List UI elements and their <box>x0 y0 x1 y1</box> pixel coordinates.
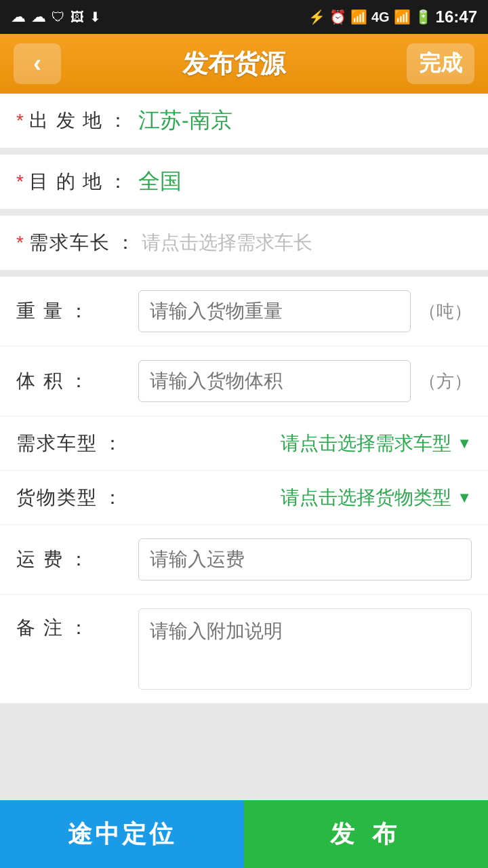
origin-row: * 出 发 地 ： <box>0 94 488 148</box>
freight-label: 运 费 ： <box>16 547 138 572</box>
vehicle-type-row[interactable]: 需求车型 ： 请点击选择需求车型 ▼ <box>0 416 488 471</box>
vehicle-type-dropdown[interactable]: 请点击选择需求车型 ▼ <box>138 431 472 456</box>
vehicle-type-placeholder: 请点击选择需求车型 <box>281 431 451 456</box>
vehicle-length-row[interactable]: * 需求车长 ： 请点击选择需求车长 <box>0 216 488 270</box>
vehicle-length-placeholder: 请点击选择需求车长 <box>142 230 312 256</box>
cloud2-icon: ☁ <box>31 8 46 26</box>
download-icon: ⬇ <box>89 9 101 25</box>
publish-label: 发 布 <box>330 818 402 851</box>
freight-input[interactable] <box>138 538 472 580</box>
cargo-type-dropdown[interactable]: 请点击选择货物类型 ▼ <box>138 485 472 511</box>
done-button[interactable]: 完成 <box>407 43 474 84</box>
form-container: * 出 发 地 ： * 目 的 地 ： * 需求车长 <box>0 94 488 785</box>
publish-button[interactable]: 发 布 <box>244 800 488 868</box>
remark-row: 备 注 ： <box>0 595 488 703</box>
cargo-type-placeholder: 请点击选择货物类型 <box>281 485 451 511</box>
origin-label: * 出 发 地 ： <box>16 108 138 134</box>
page-title: 发布货源 <box>182 47 285 81</box>
wifi-icon: 📶 <box>350 9 367 25</box>
remark-textarea[interactable] <box>138 608 472 690</box>
alarm-icon: ⏰ <box>329 9 346 25</box>
destination-card: * 目 的 地 ： <box>0 155 488 209</box>
origin-card: * 出 发 地 ： <box>0 94 488 148</box>
volume-unit: （方） <box>419 370 472 393</box>
status-bar: ☁ ☁ 🛡 🖼 ⬇ ⚡ ⏰ 📶 4G 📶 🔋 16:47 <box>0 0 488 34</box>
weight-row: 重 量 ： （吨） <box>0 277 488 347</box>
cargo-type-label: 货物类型 ： <box>16 485 138 511</box>
battery-icon: 🔋 <box>415 9 432 25</box>
vehicle-length-card: * 需求车长 ： 请点击选择需求车长 <box>0 216 488 270</box>
shield-icon: 🛡 <box>52 9 65 25</box>
vehicle-length-input-area[interactable]: 请点击选择需求车长 <box>142 230 472 256</box>
locate-button[interactable]: 途中定位 <box>0 800 244 868</box>
details-card: 重 量 ： （吨） 体 积 ： （方） 需求车型 <box>0 277 488 703</box>
required-star: * <box>16 110 25 132</box>
back-arrow-icon: ‹ <box>33 50 41 78</box>
bluetooth-icon: ⚡ <box>308 9 325 25</box>
bottom-bar: 途中定位 发 布 <box>0 800 488 868</box>
volume-input-area[interactable]: （方） <box>138 360 472 402</box>
required-star3: * <box>16 232 25 254</box>
weight-input[interactable] <box>138 290 411 332</box>
cargo-type-arrow-icon: ▼ <box>457 489 472 507</box>
done-label: 完成 <box>419 49 462 79</box>
destination-input-area[interactable] <box>138 170 472 195</box>
vehicle-type-arrow-icon: ▼ <box>457 435 472 452</box>
weight-unit: （吨） <box>419 300 472 323</box>
status-icons-right: ⚡ ⏰ 📶 4G 📶 🔋 16:47 <box>308 7 477 26</box>
destination-row: * 目 的 地 ： <box>0 155 488 209</box>
freight-input-area[interactable] <box>138 538 472 580</box>
weight-input-area[interactable]: （吨） <box>138 290 472 332</box>
freight-row: 运 费 ： <box>0 525 488 595</box>
volume-row: 体 积 ： （方） <box>0 347 488 416</box>
volume-input[interactable] <box>138 360 411 402</box>
destination-label: * 目 的 地 ： <box>16 169 138 195</box>
vehicle-type-label: 需求车型 ： <box>16 431 138 456</box>
vehicle-length-label: * 需求车长 ： <box>16 230 142 256</box>
status-icons-left: ☁ ☁ 🛡 🖼 ⬇ <box>11 8 101 26</box>
signal-icon: 📶 <box>394 9 411 25</box>
destination-input[interactable] <box>138 170 472 195</box>
app-header: ‹ 发布货源 完成 <box>0 34 488 94</box>
locate-label: 途中定位 <box>68 818 176 851</box>
network-label: 4G <box>371 9 390 25</box>
remark-label: 备 注 ： <box>16 608 138 641</box>
weight-label: 重 量 ： <box>16 298 138 324</box>
cargo-type-row[interactable]: 货物类型 ： 请点击选择货物类型 ▼ <box>0 471 488 525</box>
time-display: 16:47 <box>436 7 477 26</box>
cloud-icon: ☁ <box>11 8 26 26</box>
image-icon: 🖼 <box>70 9 84 25</box>
required-star2: * <box>16 171 25 193</box>
origin-input-area[interactable] <box>138 108 472 134</box>
remark-input-area[interactable] <box>138 608 472 690</box>
back-button[interactable]: ‹ <box>14 43 61 84</box>
volume-label: 体 积 ： <box>16 368 138 394</box>
origin-input[interactable] <box>138 108 472 134</box>
